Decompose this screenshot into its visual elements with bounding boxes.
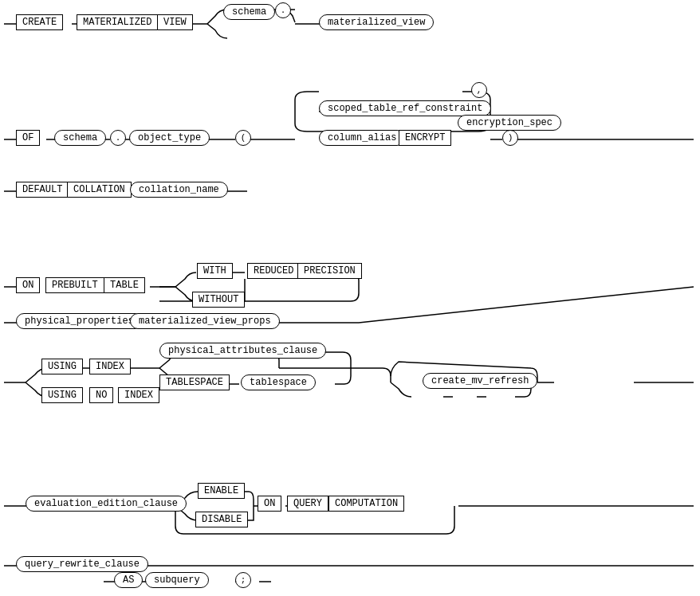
default-node: DEFAULT bbox=[16, 182, 69, 198]
as-node: AS bbox=[114, 572, 143, 588]
computation-node: COMPUTATION bbox=[328, 496, 404, 512]
query-rewrite-clause-node: query_rewrite_clause bbox=[16, 556, 148, 572]
rparen-node: ) bbox=[502, 130, 518, 146]
no-node: NO bbox=[89, 387, 113, 403]
collation-name-node: collation_name bbox=[130, 182, 228, 198]
materialized-node: MATERIALIZED bbox=[77, 14, 158, 30]
on-node-r6: ON bbox=[258, 496, 281, 512]
using-node-r5a: USING bbox=[41, 359, 83, 374]
collation-node: COLLATION bbox=[67, 182, 132, 198]
schema-node-r1: schema bbox=[223, 4, 275, 20]
query-node: QUERY bbox=[287, 496, 328, 512]
disable-node: DISABLE bbox=[195, 512, 248, 527]
with-node: WITH bbox=[197, 263, 233, 279]
table-node: TABLE bbox=[104, 277, 145, 293]
without-node: WITHOUT bbox=[192, 292, 245, 308]
object-type-node: object_type bbox=[129, 130, 210, 146]
physical-properties-node: physical_properties bbox=[16, 313, 143, 329]
create-mv-refresh-node: create_mv_refresh bbox=[423, 373, 537, 389]
enable-node: ENABLE bbox=[198, 483, 245, 499]
subquery-node: subquery bbox=[145, 572, 209, 588]
encryption-spec-node: encryption_spec bbox=[458, 115, 561, 131]
tablespace-kw-node: TABLESPACE bbox=[159, 374, 230, 390]
scoped-table-ref-node: scoped_table_ref_constraint bbox=[319, 100, 491, 116]
on-node-r4: ON bbox=[16, 277, 40, 293]
reduced-node: REDUCED bbox=[247, 263, 300, 279]
lparen-node: ( bbox=[235, 130, 251, 146]
of-node: OF bbox=[16, 130, 40, 146]
dot-circle-r1: . bbox=[275, 2, 291, 18]
tablespace-node: tablespace bbox=[241, 374, 316, 390]
mv-props-node: materialized_view_props bbox=[130, 313, 280, 329]
column-alias-node: column_alias bbox=[319, 130, 405, 146]
prebuilt-node: PREBUILT bbox=[45, 277, 104, 293]
eval-edition-clause-node: evaluation_edition_clause bbox=[26, 496, 187, 512]
index-node-r5a: INDEX bbox=[89, 359, 131, 374]
using-node-r5b: USING bbox=[41, 387, 83, 403]
materialized-view-node: materialized_view bbox=[319, 14, 434, 30]
encrypt-node: ENCRYPT bbox=[399, 130, 451, 146]
index-node-r5b: INDEX bbox=[118, 387, 159, 403]
dot-circle-r2: . bbox=[110, 130, 126, 146]
precision-node: PRECISION bbox=[297, 263, 362, 279]
semicolon-node: ; bbox=[235, 572, 251, 588]
view-node: VIEW bbox=[157, 14, 193, 30]
comma-node: , bbox=[471, 82, 487, 98]
physical-attributes-clause-node: physical_attributes_clause bbox=[159, 343, 326, 359]
create-node: CREATE bbox=[16, 14, 63, 30]
syntax-diagram: CREATE MATERIALIZED VIEW schema . materi… bbox=[0, 0, 700, 596]
schema-node-r2: schema bbox=[54, 130, 106, 146]
